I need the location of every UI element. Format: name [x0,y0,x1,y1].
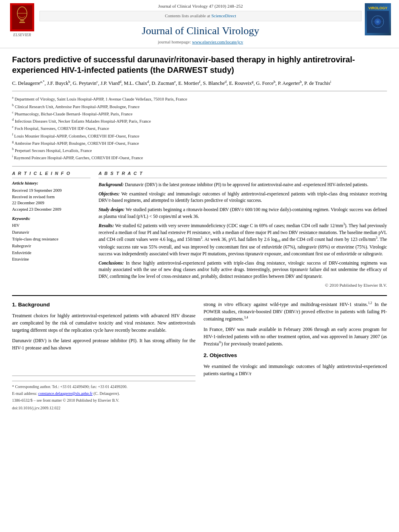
section2-heading: 2. Objectives [204,351,387,359]
article-info: A R T I C L E I N F O Article history: R… [12,170,90,289]
svg-rect-0 [12,5,32,29]
section1-para1: Treatment choices for highly antiretrovi… [12,312,195,334]
virology-cover-title: VIROLOGY [368,6,388,11]
keyword-darunavir: Darunavir [12,229,90,236]
journal-header: ELSEVIER Journal of Clinical Virology 47… [0,0,399,48]
footnote-corresponding: * Corresponding author. Tel.: +33 01 424… [12,384,195,390]
section1-title: Background [18,302,50,308]
received-2-date: 22 December 2009 [12,200,90,206]
study-design-text: We studied patients beginning a ritonavi… [99,207,387,219]
accepted-date: Accepted 23 December 2009 [12,206,90,213]
email-suffix: (C. Delaugerre). [93,391,119,396]
elsevier-logo-box [10,3,34,31]
affiliation-h: h Perpetuel Secours Hospital, Levallois,… [12,147,387,154]
header-center: Journal of Clinical Virology 47 (2010) 2… [39,3,362,45]
email-link[interactable]: constance.delaugerre@sls.aphp.fr [38,391,93,396]
abstract-background: Background: Darunavir (DRV) is the lates… [99,181,387,188]
keywords-list: HIV Darunavir Triple-class drug resistan… [12,222,90,263]
results-label: Results: [99,223,114,228]
elsevier-logo: ELSEVIER [8,3,36,38]
email-label: E-mail address: [12,391,37,396]
section1-para2: Darunavir (DRV) is the latest approved p… [12,337,195,351]
article-info-title: A R T I C L E I N F O [12,170,90,178]
abstract-title: A B S T R A C T [99,170,387,178]
homepage-label: journal homepage: [158,39,191,44]
abstract-study-design: Study design: We studied patients beginn… [99,206,387,220]
abstract-results: Results: We studied 62 patients with ver… [99,222,387,257]
info-abstract-cols: A R T I C L E I N F O Article history: R… [12,170,387,289]
affiliation-i: i Raymond Poincare Hospital-APHP, Garche… [12,154,387,161]
doi-line: doi:10.1016/j.jcv.2009.12.022 [12,405,195,411]
body-columns: 1. Background Treatment choices for high… [12,301,387,412]
results-text: We studied 62 patients with very severe … [99,223,387,256]
objectives-text: We examined virologic and immunologic ou… [99,191,387,203]
affiliation-b: b Clinical Research Unit, Ambroise Pare … [12,103,387,110]
authors-text: C. Delaugerrea,*, J.F. Buyckb, G. Peytav… [12,80,331,86]
received-1: Received 19 September 2009 [12,187,90,194]
section2-title: Objectives [210,352,237,358]
journal-title: Journal of Clinical Virology [39,24,362,38]
abstract-conclusions: Conclusions: In these highly antiretrovi… [99,260,387,280]
abstract-text: Background: Darunavir (DRV) is the lates… [99,181,387,289]
section2-para1: We examined the virologic and immunologi… [204,363,387,377]
keyword-enfuvirtide: Enfuvirtide [12,250,90,257]
main-content: Factors predictive of successful darunav… [0,48,399,418]
background-text: Darunavir (DRV) is the latest protease i… [125,182,368,187]
study-design-label: Study design: [99,207,125,212]
affiliation-e: e Foch Hospital, Suresnes, COREVIH IDF-O… [12,125,387,131]
svg-rect-4 [19,22,25,23]
keywords-label: Keywords: [12,216,90,222]
section1-number: 1. [12,302,16,308]
issn-line: 1386-6532/$ – see front matter © 2010 Pu… [12,397,195,403]
affiliation-c: c Pharmacology, Bichat-Claude Bernard- H… [12,110,387,117]
keyword-hiv: HIV [12,222,90,229]
footnote-email: E-mail address: constance.delaugerre@sls… [12,390,195,396]
article-title: Factors predictive of successful darunav… [12,54,387,75]
affiliation-f: f Louis Mounier Hospital-APHP, Colombes,… [12,132,387,139]
footnotes: * Corresponding author. Tel.: +33 01 424… [12,381,195,411]
affiliation-g: g Ambroise Pare Hospital-APHP, Boulogne,… [12,140,387,146]
affiliation-a: a Department of Virology, Saint Louis Ho… [12,95,387,102]
keyword-etravirine: Etravirine [12,256,90,263]
section1-right-para1: strong in vitro efficacy against wild-ty… [204,301,387,322]
journal-homepage: journal homepage: www.elsevier.com/locat… [39,39,362,45]
section2-number: 2. [204,352,208,358]
received-2: Received in revised form [12,194,90,200]
history-dates: Received 19 September 2009 Received in r… [12,187,90,213]
page-wrapper: ELSEVIER Journal of Clinical Virology 47… [0,0,399,418]
virology-cover: VIROLOGY [365,3,391,35]
objectives-label: Objectives: [99,191,119,196]
affiliations-divider [12,166,387,166]
abstract-section: A B S T R A C T Background: Darunavir (D… [99,170,387,289]
keyword-raltegravir: Raltegravir [12,243,90,250]
journal-ref: Journal of Clinical Virology 47 (2010) 2… [39,3,362,9]
authors-divider [12,91,387,91]
conclusions-text: In these highly antiretroviral-experienc… [99,261,387,279]
background-label: Background: [99,182,124,187]
conclusions-label: Conclusions: [99,261,124,265]
svg-rect-3 [20,21,24,21]
body-content: 1. Background Treatment choices for high… [12,295,387,412]
keyword-triple: Triple-class drug resistance [12,236,90,243]
homepage-url[interactable]: www.elsevier.com/locate/jcv [192,39,243,44]
sciencedirect-text: Contents lists available at [165,13,210,18]
sciencedirect-bar: Contents lists available at ScienceDirec… [39,11,362,21]
section1-right-para2: In France, DRV was made available in Feb… [204,326,387,347]
history-label: Article history: [12,181,90,187]
copyright-line: © 2010 Published by Elsevier B.V. [99,282,387,289]
sciencedirect-link[interactable]: ScienceDirect [211,13,236,18]
affiliation-d: d Infectious Diseases Unit, Necker Enfan… [12,117,387,124]
elsevier-text: ELSEVIER [13,32,31,38]
abstract-objectives: Objectives: We examined virologic and im… [99,191,387,204]
body-left-col: 1. Background Treatment choices for high… [12,301,195,412]
footnotes-area: * Corresponding author. Tel.: +33 01 424… [12,376,195,411]
affiliations: a Department of Virology, Saint Louis Ho… [12,95,387,161]
authors-line: C. Delaugerrea,*, J.F. Buyckb, G. Peytav… [12,79,387,87]
section1-heading: 1. Background [12,301,195,309]
body-right-col: strong in vitro efficacy against wild-ty… [204,301,387,412]
